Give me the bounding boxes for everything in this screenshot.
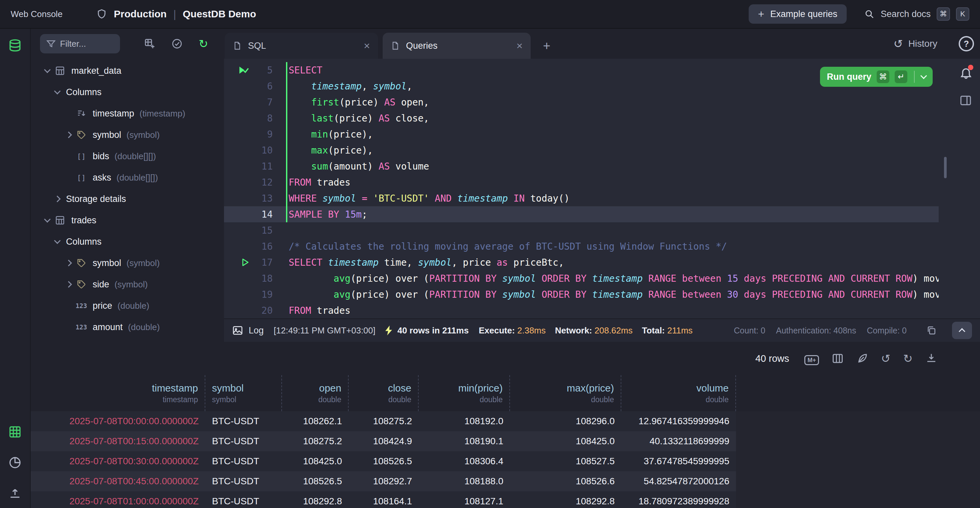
tree-item-symbol[interactable]: symbol(symbol) — [31, 252, 224, 274]
cell[interactable]: 108192.0 — [418, 411, 510, 431]
tree-item-market-data[interactable]: market_data — [31, 60, 224, 81]
code-editor[interactable]: 5SELECT6 timestamp, symbol,7 first(price… — [224, 59, 980, 318]
column-header-open[interactable]: opendouble — [282, 375, 348, 411]
editor-line-18[interactable]: 18 avg(price) over (PARTITION BY symbol … — [224, 270, 939, 286]
tab-queries[interactable]: Queries × — [383, 33, 531, 59]
search-docs-button[interactable]: Search docs ⌘ K — [864, 7, 969, 21]
editor-line-15[interactable]: 15 — [224, 222, 939, 238]
tree-item-price[interactable]: 123price(double) — [31, 295, 224, 316]
chevron-right-icon[interactable] — [52, 196, 62, 201]
copy-log-icon[interactable] — [926, 325, 937, 336]
editor-line-19[interactable]: 19 avg(price) over (PARTITION BY symbol … — [224, 286, 939, 302]
m-plus-icon[interactable]: M+ — [804, 353, 819, 365]
tree-item-asks[interactable]: []asks(double[][]) — [31, 167, 224, 188]
cell[interactable]: 2025-07-08T00:30:00.000000Z — [31, 451, 205, 471]
cell[interactable]: 108306.4 — [418, 451, 510, 471]
chevron-down-icon[interactable] — [43, 219, 52, 222]
feather-icon[interactable] — [856, 353, 868, 364]
cell[interactable]: 108188.0 — [418, 471, 510, 491]
chevron-down-icon[interactable] — [52, 91, 62, 93]
tree-item-bids[interactable]: []bids(double[][]) — [31, 145, 224, 167]
chevron-right-icon[interactable] — [64, 133, 73, 137]
table-row-4[interactable]: 2025-07-08T01:00:00.000000ZBTC-USDT10829… — [31, 491, 736, 508]
table-row-0[interactable]: 2025-07-08T00:00:00.000000ZBTC-USDT10826… — [31, 411, 736, 431]
refresh-schema-icon[interactable]: ↻ — [199, 38, 208, 50]
cell[interactable]: 18.780972389999928 — [621, 491, 736, 508]
editor-line-20[interactable]: 20FROM trades — [224, 302, 939, 318]
cell[interactable]: 108526.6 — [510, 471, 621, 491]
tab-sql[interactable]: SQL × — [225, 33, 378, 59]
tree-item-amount[interactable]: 123amount(double) — [31, 316, 224, 338]
close-tab-icon[interactable]: × — [364, 40, 370, 51]
cell[interactable]: 108292.7 — [348, 471, 418, 491]
download-icon[interactable] — [925, 353, 937, 364]
cell[interactable]: 37.67478545999995 — [621, 451, 736, 471]
cell[interactable]: 108292.8 — [282, 491, 348, 508]
cell[interactable]: BTC-USDT — [205, 491, 282, 508]
cell[interactable]: 108262.1 — [282, 411, 348, 431]
tree-item-storage-details[interactable]: Storage details — [31, 188, 224, 209]
editor-line-10[interactable]: 10 max(price), — [224, 142, 939, 158]
cell[interactable]: 108526.5 — [282, 471, 348, 491]
column-header-symbol[interactable]: symbolsymbol — [205, 375, 282, 411]
cell[interactable]: 108164.1 — [348, 491, 418, 508]
tree-item-timestamp[interactable]: timestamp(timestamp) — [31, 103, 224, 124]
example-queries-button[interactable]: + Example queries — [749, 4, 847, 24]
tree-item-timestamp[interactable]: timestamp(timestamp) — [31, 338, 224, 342]
create-table-icon[interactable] — [144, 38, 155, 50]
cell[interactable]: 2025-07-08T00:00:00.000000Z — [31, 411, 205, 431]
notifications-bell-icon[interactable] — [959, 66, 973, 80]
editor-line-11[interactable]: 11 sum(amount) AS volume — [224, 158, 939, 174]
cell[interactable]: 12.967416359999946 — [621, 411, 736, 431]
cell[interactable]: BTC-USDT — [205, 431, 282, 451]
side-panel-toggle-icon[interactable] — [959, 94, 972, 107]
columns-layout-icon[interactable] — [832, 353, 844, 364]
cell[interactable]: BTC-USDT — [205, 471, 282, 491]
cell[interactable]: 108526.5 — [348, 451, 418, 471]
cell[interactable]: 108275.2 — [348, 411, 418, 431]
history-button[interactable]: ↺ History — [893, 29, 937, 59]
editor-line-14[interactable]: 14SAMPLE BY 15m; — [224, 206, 939, 222]
run-query-button[interactable]: Run query ⌘ ↵ — [820, 67, 933, 87]
tree-item-columns[interactable]: Columns — [31, 81, 224, 103]
cell[interactable]: 108190.1 — [418, 431, 510, 451]
tree-item-columns[interactable]: Columns — [31, 231, 224, 252]
tree-item-trades[interactable]: trades — [31, 209, 224, 231]
run-query-icon[interactable] — [224, 258, 253, 267]
editor-line-12[interactable]: 12FROM trades — [224, 174, 939, 190]
editor-line-9[interactable]: 9 min(price), — [224, 126, 939, 142]
chevron-down-icon[interactable] — [43, 69, 52, 72]
table-row-2[interactable]: 2025-07-08T00:30:00.000000ZBTC-USDT10842… — [31, 451, 736, 471]
cell[interactable]: 108424.9 — [348, 431, 418, 451]
new-tab-button[interactable]: + — [535, 33, 558, 59]
chevron-down-icon[interactable] — [52, 240, 62, 243]
column-header-max-price-[interactable]: max(price)double — [510, 375, 621, 411]
cell[interactable]: 2025-07-08T00:45:00.000000Z — [31, 471, 205, 491]
editor-line-7[interactable]: 7 first(price) AS open, — [224, 94, 939, 110]
editor-line-16[interactable]: 16/* Calculates the rolling moving avera… — [224, 238, 939, 254]
cell[interactable]: 2025-07-08T01:00:00.000000Z — [31, 491, 205, 508]
cell[interactable]: 108127.1 — [418, 491, 510, 508]
cell[interactable]: 2025-07-08T00:15:00.000000Z — [31, 431, 205, 451]
check-circle-icon[interactable] — [171, 38, 183, 50]
tree-item-symbol[interactable]: symbol(symbol) — [31, 124, 224, 145]
questdb-logo-icon[interactable] — [8, 38, 22, 53]
cell[interactable]: 54.82547872000126 — [621, 471, 736, 491]
editor-line-8[interactable]: 8 last(price) AS close, — [224, 110, 939, 126]
chevron-right-icon[interactable] — [64, 261, 73, 265]
cell[interactable]: 108275.2 — [282, 431, 348, 451]
close-tab-icon[interactable]: × — [516, 40, 523, 51]
column-header-close[interactable]: closedouble — [348, 375, 418, 411]
cell[interactable]: 108296.0 — [510, 411, 621, 431]
column-header-volume[interactable]: volumedouble — [621, 375, 736, 411]
cell[interactable]: BTC-USDT — [205, 411, 282, 431]
column-header-timestamp[interactable]: timestamptimestamp — [31, 375, 205, 411]
import-icon[interactable] — [8, 487, 22, 500]
grid-view-icon[interactable] — [8, 425, 22, 439]
editor-line-13[interactable]: 13WHERE symbol = 'BTC-USDT' AND timestam… — [224, 190, 939, 206]
cell[interactable]: 40.1332118699999 — [621, 431, 736, 451]
table-row-1[interactable]: 2025-07-08T00:15:00.000000ZBTC-USDT10827… — [31, 431, 736, 451]
collapse-log-button[interactable] — [952, 322, 972, 339]
tree-item-side[interactable]: side(symbol) — [31, 274, 224, 295]
cell[interactable]: 108292.8 — [510, 491, 621, 508]
